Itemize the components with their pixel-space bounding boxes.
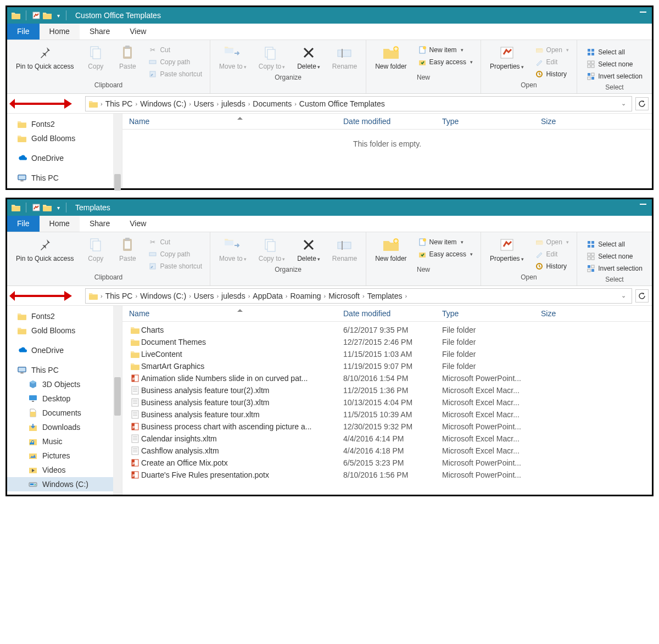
tab-home[interactable]: Home (40, 24, 80, 40)
titlebar[interactable]: ▾ Templates (7, 199, 652, 216)
file-row[interactable]: Calendar insights.xltm 4/4/2016 4:14 PM … (122, 433, 652, 445)
nav-item[interactable]: Fonts2 (7, 309, 122, 323)
file-row[interactable]: P Create an Office Mix.potx 6/5/2015 3:2… (122, 457, 652, 469)
properties-button[interactable]: Properties▾ (485, 234, 528, 264)
titlebar[interactable]: ▾ Custom Office Templates (7, 7, 652, 24)
address-bar[interactable]: ›This PC›Windows (C:)›Users›julesds›AppD… (85, 288, 632, 304)
paste-button[interactable]: Paste (113, 42, 142, 72)
file-row[interactable]: Business analysis feature tour(3).xltm 1… (122, 396, 652, 408)
tab-view[interactable]: View (120, 216, 156, 232)
select-none-button[interactable]: Select none (583, 59, 646, 70)
file-row[interactable]: LiveContent 11/15/2015 1:03 AM File fold… (122, 348, 652, 360)
nav-item[interactable]: Desktop (7, 391, 122, 406)
folder-qat-icon[interactable] (43, 11, 52, 20)
column-headers[interactable]: Name Date modified Type Size (122, 114, 652, 130)
address-bar[interactable]: ›This PC›Windows (C:)›Users›julesds›Docu… (85, 96, 632, 111)
file-row[interactable]: P Duarte's Five Rules presentation.potx … (122, 469, 652, 481)
edit-button[interactable]: Edit (532, 57, 572, 68)
qat-dropdown-icon[interactable]: ▾ (54, 11, 63, 20)
cut-button[interactable]: ✂Cut (145, 44, 205, 55)
invert-selection-button[interactable]: Invert selection (583, 263, 646, 274)
breadcrumb-item[interactable]: ›julesds (216, 99, 245, 108)
easy-access-button[interactable]: Easy access▾ (415, 249, 476, 260)
history-button[interactable]: History (532, 69, 572, 80)
file-row[interactable]: Business analysis feature tour.xltm 11/5… (122, 408, 652, 421)
select-none-button[interactable]: Select none (583, 251, 646, 262)
file-row[interactable]: Business analysis feature tour(2).xltm 1… (122, 384, 652, 396)
rename-button[interactable]: Rename (328, 234, 361, 264)
properties-button[interactable]: Properties▾ (485, 42, 528, 72)
copy-to-button[interactable]: Copy to▾ (254, 234, 289, 264)
edit-button[interactable]: Edit (532, 249, 572, 260)
tab-share[interactable]: Share (80, 216, 120, 232)
column-headers[interactable]: Name Date modified Type Size (122, 306, 652, 322)
breadcrumb-item[interactable]: ›Windows (C:) (135, 292, 186, 300)
breadcrumb-item[interactable]: ›Custom Office Templates (294, 99, 385, 108)
breadcrumb-item[interactable]: ›Users (189, 292, 214, 300)
nav-item[interactable]: This PC (7, 171, 122, 185)
column-type[interactable]: Type (442, 309, 541, 318)
tab-home[interactable]: Home (40, 216, 80, 232)
paste-button[interactable]: Paste (113, 234, 142, 264)
paste-shortcut-button[interactable]: Paste shortcut (145, 261, 205, 272)
move-to-button[interactable]: Move to▾ (215, 234, 251, 264)
select-all-button[interactable]: Select all (583, 239, 646, 250)
open-button[interactable]: Open▾ (532, 237, 572, 248)
nav-item[interactable]: Gold Blooms (7, 323, 122, 338)
breadcrumb-item[interactable]: ›Documents (248, 99, 292, 108)
pin-to-quick-access-button[interactable]: Pin to Quick access (12, 234, 78, 264)
nav-item[interactable]: OneDrive (7, 343, 122, 357)
breadcrumb-item[interactable]: ›julesds (216, 292, 245, 300)
easy-access-button[interactable]: Easy access▾ (415, 57, 476, 68)
open-button[interactable]: Open▾ (532, 44, 572, 55)
file-row[interactable]: SmartArt Graphics 11/19/2015 9:07 PM Fil… (122, 360, 652, 372)
breadcrumb-item[interactable]: ›Templates (362, 292, 402, 300)
folder-qat-icon[interactable] (43, 203, 52, 212)
column-date[interactable]: Date modified (343, 117, 442, 126)
properties-qat-icon[interactable] (32, 203, 41, 212)
breadcrumb-item[interactable]: › (405, 293, 407, 299)
breadcrumb-item[interactable]: ›This PC (100, 292, 132, 300)
history-button[interactable]: History (532, 261, 572, 272)
chevron-down-icon[interactable]: ⌄ (619, 100, 628, 107)
copy-path-button[interactable]: Copy path (145, 57, 205, 68)
delete-button[interactable]: Delete▾ (293, 234, 325, 264)
nav-item[interactable]: Documents (7, 406, 122, 420)
file-row[interactable]: P Animation slide Numbers slide in on cu… (122, 372, 652, 384)
new-folder-button[interactable]: New folder (371, 42, 411, 72)
cut-button[interactable]: ✂Cut (145, 237, 205, 248)
column-type[interactable]: Type (442, 117, 541, 126)
properties-qat-icon[interactable] (32, 11, 41, 20)
tab-view[interactable]: View (120, 24, 156, 40)
copy-button[interactable]: Copy (81, 42, 110, 72)
select-all-button[interactable]: Select all (583, 47, 646, 58)
breadcrumb-item[interactable]: ›Windows (C:) (135, 99, 186, 108)
tab-share[interactable]: Share (80, 24, 120, 40)
chevron-down-icon[interactable]: ⌄ (619, 292, 628, 299)
tab-file[interactable]: File (7, 24, 40, 40)
navigation-pane[interactable]: Fonts2Gold BloomsOneDriveThis PC (7, 114, 122, 188)
nav-item[interactable]: Windows (C:) (7, 477, 122, 491)
copy-button[interactable]: Copy (81, 234, 110, 264)
nav-item[interactable]: Videos (7, 463, 122, 477)
minimize-button[interactable] (640, 204, 646, 205)
move-to-button[interactable]: Move to▾ (215, 42, 251, 72)
column-date[interactable]: Date modified (343, 309, 442, 318)
copy-path-button[interactable]: Copy path (145, 249, 205, 260)
nav-item[interactable]: OneDrive (7, 151, 122, 165)
delete-button[interactable]: Delete▾ (293, 42, 325, 72)
breadcrumb-item[interactable]: ›Microsoft (324, 292, 360, 300)
file-row[interactable]: Cashflow analysis.xltm 4/4/2016 4:18 PM … (122, 445, 652, 457)
breadcrumb-item[interactable]: ›AppData (248, 292, 283, 300)
nav-item[interactable]: Gold Blooms (7, 131, 122, 145)
nav-item[interactable]: Fonts2 (7, 117, 122, 131)
invert-selection-button[interactable]: Invert selection (583, 71, 646, 82)
column-size[interactable]: Size (541, 117, 645, 126)
file-row[interactable]: Document Themes 12/27/2015 2:46 PM File … (122, 336, 652, 348)
pin-to-quick-access-button[interactable]: Pin to Quick access (12, 42, 78, 72)
refresh-button[interactable] (635, 289, 649, 303)
nav-scrollbar[interactable] (113, 306, 122, 495)
file-row[interactable]: Charts 6/12/2017 9:35 PM File folder (122, 324, 652, 336)
nav-item[interactable]: Music (7, 434, 122, 449)
new-item-button[interactable]: New item▾ (415, 237, 476, 248)
